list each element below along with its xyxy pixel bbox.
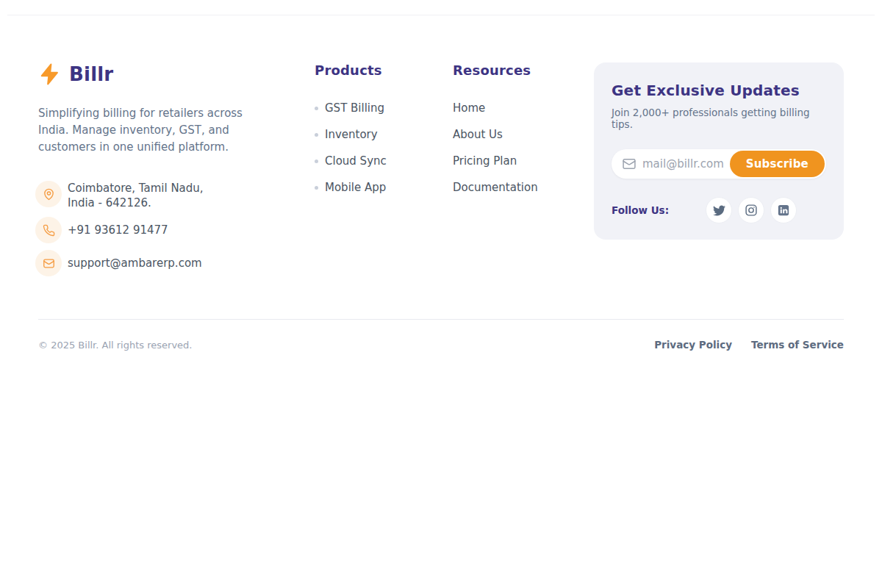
lightning-bolt-icon [38,62,62,86]
brand-name: Billr [69,63,113,85]
subscribe-button[interactable]: Subscribe [730,151,825,177]
product-link-label[interactable]: Mobile App [325,181,386,194]
bullet-dot [315,159,318,163]
terms-of-service-link[interactable]: Terms of Service [751,339,844,351]
linkedin-link[interactable] [770,197,797,223]
twitter-link[interactable] [706,197,732,223]
product-link-mobile-app[interactable]: Mobile App [315,180,425,195]
products-title: Products [315,62,425,78]
newsletter-card: Get Exclusive Updates Join 2,000+ profes… [594,62,844,240]
product-link-gst-billing[interactable]: GST Billing [315,101,425,115]
copyright-text: © 2025 Billr. All rights reserved. [38,340,192,351]
resource-link-label[interactable]: Pricing Plan [453,154,517,168]
brand-description: Simplifying billing for retailers across… [38,105,270,156]
newsletter-email-input[interactable] [642,157,730,171]
bottom-bar: © 2025 Billr. All rights reserved. Priva… [38,320,844,351]
address-line2: India - 642126. [68,196,204,210]
mail-icon [35,250,62,276]
resource-link-documentation[interactable]: Documentation [453,180,570,195]
address-line1: Coimbatore, Tamil Nadu, [68,181,204,196]
instagram-icon [745,204,758,217]
follow-us-label: Follow Us: [612,204,669,216]
newsletter-title: Get Exclusive Updates [612,82,826,99]
product-link-inventory[interactable]: Inventory [315,127,425,142]
follow-row: Follow Us: [612,197,826,223]
contact-list: Coimbatore, Tamil Nadu, India - 642126. … [38,181,303,276]
contact-phone[interactable]: +91 93612 91477 [35,217,303,243]
map-pin-icon [35,181,62,207]
twitter-icon [713,204,725,217]
resource-link-about-us[interactable]: About Us [453,127,570,142]
subscribe-form: Subscribe [612,149,826,179]
instagram-link[interactable] [738,197,764,223]
resource-link-pricing-plan[interactable]: Pricing Plan [453,154,570,168]
privacy-policy-link[interactable]: Privacy Policy [654,339,732,351]
phone-number: +91 93612 91477 [68,223,168,237]
contact-email[interactable]: support@ambarerp.com [35,250,303,276]
email-address: support@ambarerp.com [68,256,202,270]
resource-link-label[interactable]: Documentation [453,181,538,194]
products-column: Products GST Billing Inventory Cloud Syn… [315,62,425,207]
contact-address: Coimbatore, Tamil Nadu, India - 642126. [35,181,303,210]
resource-link-label[interactable]: Home [453,101,485,115]
linkedin-icon [777,204,790,217]
brand-column: Billr Simplifying billing for retailers … [38,62,303,276]
resources-column: Resources Home About Us Pricing Plan Doc… [453,62,570,207]
product-link-cloud-sync[interactable]: Cloud Sync [315,154,425,168]
resource-link-label[interactable]: About Us [453,128,503,141]
resources-title: Resources [453,62,570,78]
newsletter-subtitle: Join 2,000+ professionals getting billin… [612,107,826,130]
product-link-label[interactable]: GST Billing [325,101,384,115]
social-links [706,197,797,223]
section-top-divider [7,15,875,15]
footer: Billr Simplifying billing for retailers … [0,62,882,351]
bullet-dot [315,107,318,110]
product-link-label[interactable]: Cloud Sync [325,154,387,168]
resource-link-home[interactable]: Home [453,101,570,115]
bullet-dot [315,133,318,137]
product-link-label[interactable]: Inventory [325,128,378,141]
brand-logo: Billr [38,62,303,86]
bullet-dot [315,186,318,190]
input-mail-icon [622,157,637,171]
phone-icon [35,217,62,243]
